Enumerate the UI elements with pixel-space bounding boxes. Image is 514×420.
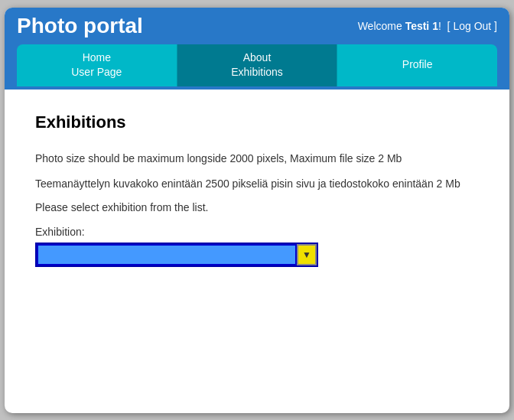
nav-item-about[interactable]: About Exhibitions — [177, 44, 338, 86]
main-content: Exhibitions Photo size should be maximum… — [5, 90, 509, 290]
select-arrow-button[interactable] — [297, 244, 317, 265]
welcome-message: Welcome Testi 1! [ Log Out ] — [358, 20, 497, 32]
welcome-suffix: ! — [438, 20, 441, 32]
select-prompt: Please select exhibition from the list. — [35, 201, 479, 213]
header-top: Photo portal Welcome Testi 1! [ Log Out … — [17, 14, 497, 41]
nav-home-line2: User Page — [71, 65, 122, 80]
exhibition-label: Exhibition: — [35, 226, 479, 238]
nav-about-line2: Exhibitions — [231, 65, 283, 80]
nav-item-home[interactable]: Home User Page — [17, 44, 177, 86]
nav-home-line1: Home — [83, 50, 111, 66]
exhibition-select[interactable] — [37, 244, 297, 265]
exhibition-select-container — [35, 243, 318, 267]
app-title: Photo portal — [17, 14, 143, 38]
nav-bar: Home User Page About Exhibitions Profile — [17, 44, 497, 86]
logout-link[interactable]: Log Out — [453, 20, 491, 32]
app-window: Photo portal Welcome Testi 1! [ Log Out … — [5, 8, 509, 413]
desc-text-1: Photo size should be maximum longside 20… — [35, 151, 479, 167]
page-title: Exhibitions — [35, 112, 479, 132]
header: Photo portal Welcome Testi 1! [ Log Out … — [5, 8, 509, 90]
username: Testi 1 — [405, 20, 438, 32]
nav-about-line1: About — [243, 50, 272, 66]
welcome-prefix: Welcome — [358, 20, 405, 32]
desc-text-2: Teemanäyttelyn kuvakoko enintään 2500 pi… — [35, 176, 479, 192]
nav-item-profile[interactable]: Profile — [337, 44, 497, 86]
nav-profile-line1: Profile — [402, 57, 433, 73]
